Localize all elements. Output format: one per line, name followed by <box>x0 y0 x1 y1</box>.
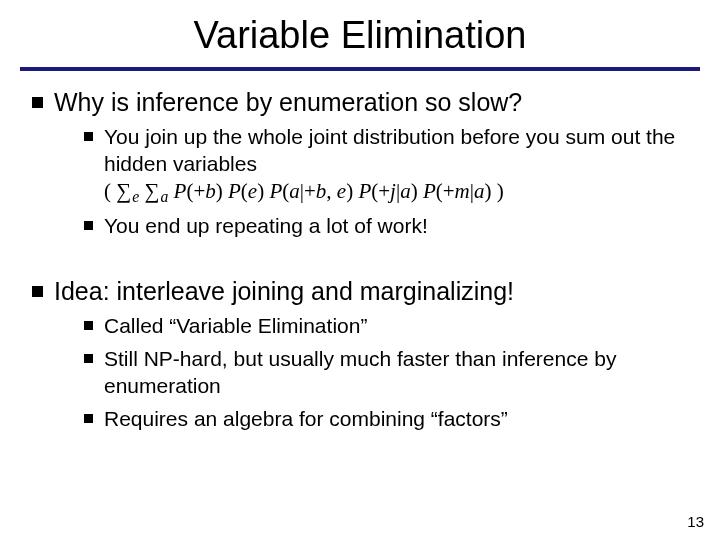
bullet-list-2: Idea: interleave joining and marginalizi… <box>28 276 692 433</box>
s2-bullet-3: Requires an algebra for combining “facto… <box>82 406 692 433</box>
section-2-heading: Idea: interleave joining and marginalizi… <box>54 277 514 305</box>
section-gap <box>28 250 692 276</box>
s1-b1-formula: ( ∑e ∑a P(+b) P(e) P(a|+b, e) P(+j|a) P(… <box>104 179 504 203</box>
title-rule <box>20 67 700 71</box>
slide: Variable Elimination Why is inference by… <box>0 0 720 540</box>
s2-bullet-2: Still NP-hard, but usually much faster t… <box>82 346 692 400</box>
s1-bullet-2: You end up repeating a lot of work! <box>82 213 692 240</box>
section-1-heading: Why is inference by enumeration so slow? <box>54 88 522 116</box>
section-1-subbullets: You join up the whole joint distribution… <box>82 124 692 240</box>
section-1: Why is inference by enumeration so slow?… <box>28 87 692 240</box>
bullet-list-1: Why is inference by enumeration so slow?… <box>28 87 692 240</box>
s1-bullet-1: You join up the whole joint distribution… <box>82 124 692 207</box>
page-number: 13 <box>687 513 704 530</box>
section-2: Idea: interleave joining and marginalizi… <box>28 276 692 433</box>
section-2-subbullets: Called “Variable Elimination” Still NP-h… <box>82 313 692 433</box>
slide-body: Why is inference by enumeration so slow?… <box>0 77 720 433</box>
s2-bullet-1: Called “Variable Elimination” <box>82 313 692 340</box>
slide-title: Variable Elimination <box>0 0 720 67</box>
s1-b1-text: You join up the whole joint distribution… <box>104 125 675 175</box>
